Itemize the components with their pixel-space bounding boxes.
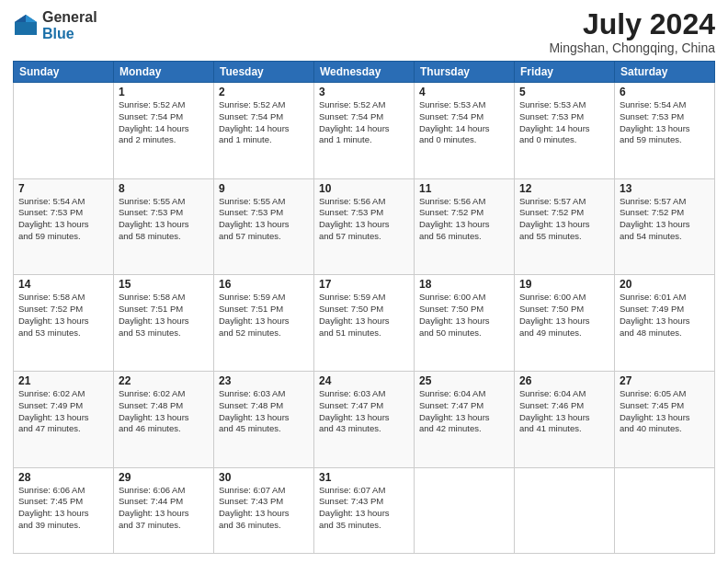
day-info: Sunrise: 5:53 AM Sunset: 7:53 PM Dayligh… bbox=[519, 99, 609, 146]
day-number: 3 bbox=[319, 86, 409, 98]
day-info: Sunrise: 5:59 AM Sunset: 7:51 PM Dayligh… bbox=[219, 292, 309, 339]
day-info: Sunrise: 6:02 AM Sunset: 7:49 PM Dayligh… bbox=[18, 388, 108, 435]
day-info: Sunrise: 6:04 AM Sunset: 7:47 PM Dayligh… bbox=[419, 388, 509, 435]
calendar-cell: 12Sunrise: 5:57 AM Sunset: 7:52 PM Dayli… bbox=[515, 178, 615, 275]
day-info: Sunrise: 6:01 AM Sunset: 7:49 PM Dayligh… bbox=[620, 292, 710, 339]
week-row-3: 14Sunrise: 5:58 AM Sunset: 7:52 PM Dayli… bbox=[14, 275, 715, 372]
calendar-cell: 15Sunrise: 5:58 AM Sunset: 7:51 PM Dayli… bbox=[114, 275, 214, 372]
day-header-friday: Friday bbox=[515, 62, 615, 83]
day-number: 17 bbox=[319, 278, 409, 291]
logo-general-text: General bbox=[42, 9, 97, 26]
calendar-cell: 26Sunrise: 6:04 AM Sunset: 7:46 PM Dayli… bbox=[515, 371, 615, 467]
day-number: 7 bbox=[18, 182, 108, 195]
day-info: Sunrise: 6:03 AM Sunset: 7:47 PM Dayligh… bbox=[319, 388, 409, 435]
calendar-cell: 1Sunrise: 5:52 AM Sunset: 7:54 PM Daylig… bbox=[114, 83, 214, 179]
day-info: Sunrise: 5:55 AM Sunset: 7:53 PM Dayligh… bbox=[219, 196, 309, 243]
page: General Blue July 2024 Mingshan, Chongqi… bbox=[0, 0, 728, 563]
calendar-cell: 10Sunrise: 5:56 AM Sunset: 7:53 PM Dayli… bbox=[314, 178, 415, 275]
day-number: 21 bbox=[18, 374, 108, 387]
calendar-cell: 16Sunrise: 5:59 AM Sunset: 7:51 PM Dayli… bbox=[214, 275, 314, 372]
calendar-cell: 5Sunrise: 5:53 AM Sunset: 7:53 PM Daylig… bbox=[515, 83, 615, 179]
day-info: Sunrise: 6:03 AM Sunset: 7:48 PM Dayligh… bbox=[219, 388, 309, 435]
day-number: 18 bbox=[419, 278, 509, 291]
calendar-cell bbox=[615, 467, 715, 554]
day-number: 11 bbox=[419, 182, 509, 195]
day-info: Sunrise: 5:54 AM Sunset: 7:53 PM Dayligh… bbox=[18, 196, 108, 243]
day-info: Sunrise: 6:07 AM Sunset: 7:43 PM Dayligh… bbox=[319, 485, 409, 532]
calendar-cell: 25Sunrise: 6:04 AM Sunset: 7:47 PM Dayli… bbox=[415, 371, 515, 467]
day-info: Sunrise: 5:57 AM Sunset: 7:52 PM Dayligh… bbox=[620, 196, 710, 243]
calendar-cell: 18Sunrise: 6:00 AM Sunset: 7:50 PM Dayli… bbox=[415, 275, 515, 372]
calendar-cell: 7Sunrise: 5:54 AM Sunset: 7:53 PM Daylig… bbox=[14, 178, 114, 275]
day-info: Sunrise: 5:56 AM Sunset: 7:53 PM Dayligh… bbox=[319, 196, 409, 243]
day-number: 14 bbox=[18, 278, 108, 291]
day-info: Sunrise: 6:07 AM Sunset: 7:43 PM Dayligh… bbox=[219, 485, 309, 532]
day-info: Sunrise: 6:06 AM Sunset: 7:45 PM Dayligh… bbox=[18, 485, 108, 532]
week-row-5: 28Sunrise: 6:06 AM Sunset: 7:45 PM Dayli… bbox=[14, 467, 715, 554]
day-number: 1 bbox=[119, 86, 209, 98]
calendar-cell: 27Sunrise: 6:05 AM Sunset: 7:45 PM Dayli… bbox=[615, 371, 715, 467]
day-number: 5 bbox=[519, 86, 609, 98]
day-number: 23 bbox=[219, 374, 309, 387]
day-info: Sunrise: 5:52 AM Sunset: 7:54 PM Dayligh… bbox=[319, 99, 409, 146]
week-row-1: 1Sunrise: 5:52 AM Sunset: 7:54 PM Daylig… bbox=[14, 83, 715, 179]
day-info: Sunrise: 6:00 AM Sunset: 7:50 PM Dayligh… bbox=[519, 292, 609, 339]
calendar-cell: 2Sunrise: 5:52 AM Sunset: 7:54 PM Daylig… bbox=[214, 83, 314, 179]
calendar-cell: 19Sunrise: 6:00 AM Sunset: 7:50 PM Dayli… bbox=[515, 275, 615, 372]
calendar-cell: 6Sunrise: 5:54 AM Sunset: 7:53 PM Daylig… bbox=[615, 83, 715, 179]
week-row-2: 7Sunrise: 5:54 AM Sunset: 7:53 PM Daylig… bbox=[14, 178, 715, 275]
calendar-cell bbox=[415, 467, 515, 554]
calendar-cell: 8Sunrise: 5:55 AM Sunset: 7:53 PM Daylig… bbox=[114, 178, 214, 275]
calendar-cell: 29Sunrise: 6:06 AM Sunset: 7:44 PM Dayli… bbox=[114, 467, 214, 554]
day-info: Sunrise: 5:59 AM Sunset: 7:50 PM Dayligh… bbox=[319, 292, 409, 339]
svg-marker-2 bbox=[15, 15, 26, 22]
calendar-cell: 21Sunrise: 6:02 AM Sunset: 7:49 PM Dayli… bbox=[14, 371, 114, 467]
logo-blue-text: Blue bbox=[42, 26, 97, 42]
day-number: 28 bbox=[18, 471, 108, 484]
calendar-cell bbox=[14, 83, 114, 179]
day-header-sunday: Sunday bbox=[14, 62, 114, 83]
title-section: July 2024 Mingshan, Chongqing, China bbox=[549, 9, 715, 55]
day-info: Sunrise: 5:58 AM Sunset: 7:52 PM Dayligh… bbox=[18, 292, 108, 339]
day-number: 16 bbox=[219, 278, 309, 291]
svg-marker-1 bbox=[26, 15, 37, 22]
day-number: 24 bbox=[319, 374, 409, 387]
header: General Blue July 2024 Mingshan, Chongqi… bbox=[13, 9, 715, 55]
calendar-cell: 17Sunrise: 5:59 AM Sunset: 7:50 PM Dayli… bbox=[314, 275, 415, 372]
day-number: 8 bbox=[119, 182, 209, 195]
day-info: Sunrise: 5:53 AM Sunset: 7:54 PM Dayligh… bbox=[419, 99, 509, 146]
day-number: 27 bbox=[620, 374, 710, 387]
day-number: 15 bbox=[119, 278, 209, 291]
day-info: Sunrise: 5:55 AM Sunset: 7:53 PM Dayligh… bbox=[119, 196, 209, 243]
day-info: Sunrise: 6:00 AM Sunset: 7:50 PM Dayligh… bbox=[419, 292, 509, 339]
day-info: Sunrise: 5:52 AM Sunset: 7:54 PM Dayligh… bbox=[219, 99, 309, 146]
day-number: 22 bbox=[119, 374, 209, 387]
day-info: Sunrise: 6:05 AM Sunset: 7:45 PM Dayligh… bbox=[620, 388, 710, 435]
logo-icon bbox=[13, 13, 39, 39]
day-header-monday: Monday bbox=[114, 62, 214, 83]
calendar-cell: 20Sunrise: 6:01 AM Sunset: 7:49 PM Dayli… bbox=[615, 275, 715, 372]
day-number: 13 bbox=[620, 182, 710, 195]
day-header-tuesday: Tuesday bbox=[214, 62, 314, 83]
calendar-cell: 30Sunrise: 6:07 AM Sunset: 7:43 PM Dayli… bbox=[214, 467, 314, 554]
day-header-wednesday: Wednesday bbox=[314, 62, 415, 83]
calendar-cell: 24Sunrise: 6:03 AM Sunset: 7:47 PM Dayli… bbox=[314, 371, 415, 467]
day-number: 31 bbox=[319, 471, 409, 484]
day-number: 29 bbox=[119, 471, 209, 484]
day-number: 4 bbox=[419, 86, 509, 98]
calendar-cell: 3Sunrise: 5:52 AM Sunset: 7:54 PM Daylig… bbox=[314, 83, 415, 179]
calendar-cell: 23Sunrise: 6:03 AM Sunset: 7:48 PM Dayli… bbox=[214, 371, 314, 467]
day-number: 9 bbox=[219, 182, 309, 195]
calendar-cell: 13Sunrise: 5:57 AM Sunset: 7:52 PM Dayli… bbox=[615, 178, 715, 275]
day-info: Sunrise: 5:54 AM Sunset: 7:53 PM Dayligh… bbox=[620, 99, 710, 146]
calendar-cell: 11Sunrise: 5:56 AM Sunset: 7:52 PM Dayli… bbox=[415, 178, 515, 275]
calendar-cell: 22Sunrise: 6:02 AM Sunset: 7:48 PM Dayli… bbox=[114, 371, 214, 467]
day-header-thursday: Thursday bbox=[415, 62, 515, 83]
day-number: 19 bbox=[519, 278, 609, 291]
day-info: Sunrise: 5:52 AM Sunset: 7:54 PM Dayligh… bbox=[119, 99, 209, 146]
day-number: 2 bbox=[219, 86, 309, 98]
day-number: 26 bbox=[519, 374, 609, 387]
day-info: Sunrise: 6:04 AM Sunset: 7:46 PM Dayligh… bbox=[519, 388, 609, 435]
day-info: Sunrise: 6:02 AM Sunset: 7:48 PM Dayligh… bbox=[119, 388, 209, 435]
calendar-cell: 9Sunrise: 5:55 AM Sunset: 7:53 PM Daylig… bbox=[214, 178, 314, 275]
